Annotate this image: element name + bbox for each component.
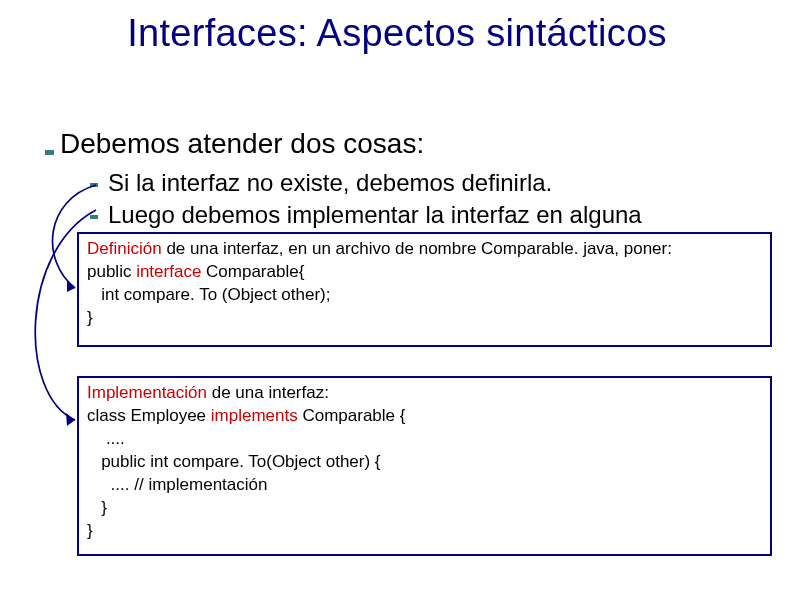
keyword-implementacion: Implementación	[87, 383, 207, 402]
keyword-implements: implements	[211, 406, 298, 425]
slide-title: Interfaces: Aspectos sintácticos	[0, 12, 794, 55]
box1-line1-rest: de una interfaz, en un archivo de nombre…	[162, 239, 672, 258]
box2-line2a: class Employee	[87, 406, 211, 425]
box2-line1: Implementación de una interfaz:	[87, 382, 762, 405]
box2-line3: ....	[87, 428, 762, 451]
arrowhead-2-icon	[66, 413, 75, 426]
box1-line4: }	[87, 307, 762, 330]
box2-line1-rest: de una interfaz:	[207, 383, 329, 402]
bullet-marker-lvl1	[45, 150, 54, 155]
box1-line2: public interface Comparable{	[87, 261, 762, 284]
sub-a-text: Si la interfaz no existe, debemos defini…	[108, 169, 552, 196]
main-bullet: Debemos atender dos cosas:	[60, 128, 424, 160]
box2-line2: class Employee implements Comparable {	[87, 405, 762, 428]
box2-line5: .... // implementación	[87, 474, 762, 497]
slide: Interfaces: Aspectos sintácticos Debemos…	[0, 0, 794, 595]
definition-box: Definición de una interfaz, en un archiv…	[77, 232, 772, 347]
keyword-interface: interface	[136, 262, 201, 281]
box2-line6: }	[87, 497, 762, 520]
implementation-box: Implementación de una interfaz: class Em…	[77, 376, 772, 556]
bullet-marker-icon	[90, 183, 98, 187]
sub-bullets: Si la interfaz no existe, debemos defini…	[112, 168, 752, 232]
sub-bullet-a: Si la interfaz no existe, debemos defini…	[112, 168, 752, 198]
box2-line2b: Comparable {	[298, 406, 406, 425]
keyword-definicion: Definición	[87, 239, 162, 258]
box1-line2b: Comparable{	[201, 262, 304, 281]
sub-b-text: Luego debemos implementar la interfaz en…	[108, 201, 642, 228]
box2-line7: }	[87, 520, 762, 543]
sub-bullet-b: Luego debemos implementar la interfaz en…	[112, 200, 752, 230]
box1-line1: Definición de una interfaz, en un archiv…	[87, 238, 762, 261]
box1-line2a: public	[87, 262, 136, 281]
bullet-marker-icon	[90, 215, 98, 219]
box1-line3: int compare. To (Object other);	[87, 284, 762, 307]
arrowhead-1-icon	[67, 280, 75, 292]
box2-line4: public int compare. To(Object other) {	[87, 451, 762, 474]
